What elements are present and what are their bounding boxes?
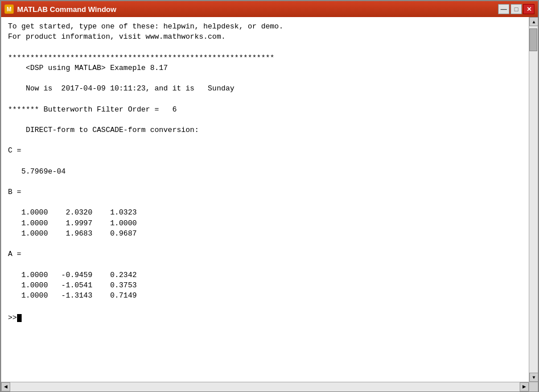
c-label: C = — [8, 146, 21, 155]
c-value: 5.7969e-04 — [8, 167, 65, 176]
scroll-right-arrow[interactable]: ▶ — [520, 382, 529, 391]
a-row2: 1.0000 -1.0541 0.3753 — [8, 281, 137, 290]
scroll-track-horizontal[interactable] — [10, 382, 520, 391]
maximize-button[interactable]: □ — [511, 4, 522, 14]
scroll-down-arrow[interactable]: ▼ — [529, 373, 538, 382]
bottom-bar: ◀ ▶ — [1, 382, 538, 391]
b-row3: 1.0000 1.9683 0.9687 — [8, 229, 137, 238]
intro-line1: To get started, type one of these: helpw… — [8, 22, 283, 31]
window-title: MATLAB Command Window — [17, 5, 116, 14]
vertical-scrollbar[interactable]: ▲ ▼ — [529, 17, 538, 382]
command-window-output[interactable]: To get started, type one of these: helpw… — [1, 17, 529, 382]
output-text: To get started, type one of these: helpw… — [8, 22, 522, 311]
datetime-line: Now is 2017-04-09 10:11:23, and it is Su… — [8, 84, 234, 93]
minimize-button[interactable]: — — [498, 4, 509, 14]
scroll-left-arrow[interactable]: ◀ — [1, 382, 10, 391]
command-prompt-line[interactable]: >> — [8, 311, 522, 322]
a-row1: 1.0000 -0.9459 0.2342 — [8, 271, 137, 279]
a-label: A = — [8, 250, 21, 258]
scrollbar-corner — [529, 382, 538, 391]
matlab-window: M MATLAB Command Window — □ ✕ To get sta… — [0, 0, 539, 392]
window-controls: — □ ✕ — [498, 4, 534, 14]
prompt-symbol: >> — [8, 313, 17, 322]
matlab-icon: M — [5, 5, 14, 14]
content-area: To get started, type one of these: helpw… — [1, 17, 538, 382]
close-button[interactable]: ✕ — [523, 4, 534, 14]
dsp-header: <DSP using MATLAB> Exameple 8.17 — [8, 64, 168, 72]
cursor — [17, 314, 22, 322]
b-label: B = — [8, 188, 21, 196]
scroll-up-arrow[interactable]: ▲ — [529, 17, 538, 26]
direct-cascade: DIRECT-form to CASCADE-form conversion: — [8, 126, 199, 134]
intro-line2: For product information, visit www.mathw… — [8, 32, 225, 41]
title-bar-left: M MATLAB Command Window — [5, 5, 116, 14]
separator: ****************************************… — [8, 53, 274, 62]
horizontal-scrollbar[interactable]: ◀ ▶ — [1, 382, 529, 391]
scroll-track-vertical[interactable] — [529, 26, 538, 373]
a-row3: 1.0000 -1.3143 0.7149 — [8, 291, 137, 300]
b-row1: 1.0000 2.0320 1.0323 — [8, 208, 137, 217]
title-bar: M MATLAB Command Window — □ ✕ — [1, 1, 538, 17]
b-row2: 1.0000 1.9997 1.0000 — [8, 219, 137, 228]
scroll-thumb-vertical[interactable] — [529, 28, 537, 51]
filter-order: ******* Butterworth Filter Order = 6 — [8, 105, 176, 114]
